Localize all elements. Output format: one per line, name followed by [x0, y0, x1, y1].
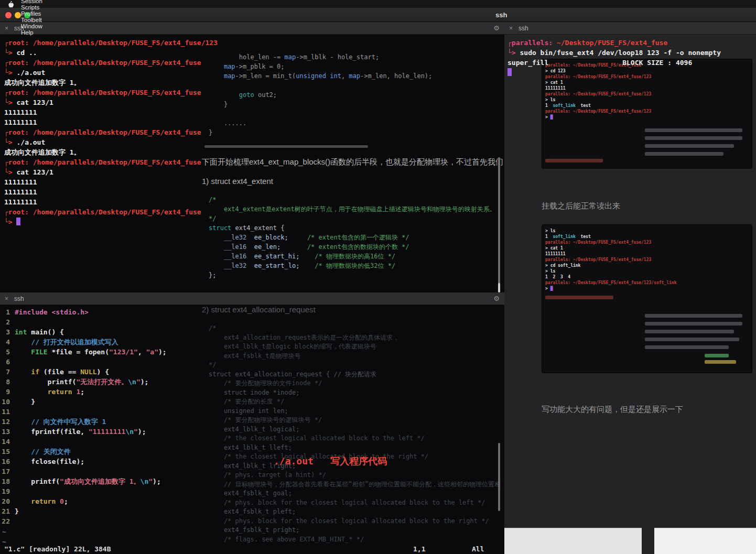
terminal-line: └> ./a.out [4, 68, 504, 78]
unreadable-text-bar [545, 159, 603, 162]
screenshot-line: 11111111 [545, 85, 752, 91]
menu-item-toolbelt[interactable]: Toolbelt [16, 17, 48, 23]
tab-close-icon[interactable]: × [5, 295, 8, 302]
unreadable-text-bar [545, 296, 613, 299]
window-title: ssh [495, 11, 507, 19]
menu-bar: iTerm2ShellEditViewSessionScriptsProfile… [0, 0, 756, 8]
vim-code-line: 12 // 向文件中写入数字 1 [0, 417, 504, 427]
unreadable-text-bar [645, 144, 734, 148]
vim-code-area: 1#include <stdio.h>23int main() {4 // 打开… [0, 307, 504, 526]
tab-settings-icon[interactable]: ⚙ [493, 24, 500, 32]
terminal-line: └> cd .. [4, 48, 504, 58]
terminal-line: ┌root: /home/parallels/Desktop/FUSE_FS/e… [4, 38, 504, 48]
tab-close-icon[interactable]: × [5, 25, 8, 32]
terminal-line: 11111111 [4, 117, 504, 127]
vim-line-number: 4 [0, 337, 15, 347]
screenshot-line: > cat 1 [545, 245, 752, 251]
terminal-line: └> ./a.out [4, 137, 504, 147]
caption-write-issue: 写功能大大的有问题，但是还是展示一下 [542, 405, 683, 415]
screenshot-line: > cd soft_link [545, 263, 752, 268]
vim-code-line: 21} [0, 506, 504, 516]
terminal-line: ┌root: /home/parallels/Desktop/FUSE_FS/e… [4, 157, 504, 167]
background-window-panel-left [504, 528, 642, 554]
menu-item-scripts[interactable]: Scripts [16, 4, 48, 10]
terminal-line: super_fill BLOCK SIZE : 4096 [507, 58, 756, 68]
unreadable-text-bar [645, 322, 742, 325]
desktop: iTerm2ShellEditViewSessionScriptsProfile… [0, 0, 756, 554]
screenshot-line: parallels: ~/Desktop/FUSE_FS/ext4_fuse/1… [545, 108, 752, 114]
ssh-terminal-output[interactable]: ┌root: /home/parallels/Desktop/FUSE_FS/e… [0, 35, 504, 292]
unreadable-text-bar [645, 330, 734, 333]
vim-code-line: 17 [0, 466, 504, 476]
unreadable-text-bar [645, 128, 742, 132]
vim-editor[interactable]: 1#include <stdio.h>23int main() {4 // 打开… [0, 305, 504, 554]
vim-line-number: 12 [0, 417, 15, 427]
screenshot-line: 1 soft_link test [545, 234, 752, 240]
vim-code-line: 19 [0, 486, 504, 496]
vim-code-line: 1#include <stdio.h> [0, 307, 504, 317]
menu-item-help[interactable]: Help [16, 29, 48, 36]
menu-item-profiles[interactable]: Profiles [16, 10, 48, 17]
right-tabbar: × ssh [504, 22, 756, 35]
ssh-terminal-output[interactable]: ┌parallels: ~/Desktop/FUSE_FS/ext4_fuse└… [504, 35, 756, 78]
screenshot-line: parallels: ~/Desktop/FUSE_FS/ext4_fuse/1… [545, 240, 752, 245]
screenshot-line: parallels: ~/Desktop/FUSE_FS/ext4_fuse/1… [545, 257, 752, 263]
vim-code-line: 16 fclose(file); [0, 457, 504, 466]
screenshot-line: parallels: ~/Desktop/FUSE_FS/ext4_fuse/1… [545, 91, 752, 97]
screenshot-line: > █ [545, 286, 752, 291]
vim-cursor-position: 1,1 [413, 545, 425, 553]
vim-line-number: 5 [0, 347, 15, 357]
vim-code-line: 14 [0, 437, 504, 447]
vim-line-number: 10 [0, 397, 15, 407]
screenshot-line: > ls [545, 228, 752, 234]
terminal-line: 11111111 [4, 177, 504, 187]
vim-file-info: "1.c" [readonly] 22L, 384B [4, 545, 111, 553]
window-titlebar[interactable]: ssh [0, 8, 756, 22]
terminal-line: ┌root: /home/parallels/Desktop/FUSE_FS/e… [4, 58, 504, 68]
unreadable-text-bar-yellow [705, 360, 736, 364]
vim-line-number: 3 [0, 327, 15, 337]
screenshot-line: 11111111 [545, 251, 752, 257]
apple-menu-icon[interactable] [7, 1, 14, 8]
terminal-line: └> cat 123/1 [4, 167, 504, 177]
terminal-cursor [16, 218, 20, 225]
screenshot-line: > ls [545, 268, 752, 274]
vim-line-number: 14 [0, 437, 15, 447]
vim-line-number: 2 [0, 317, 15, 327]
screenshot-line: > ls [545, 97, 752, 103]
vim-empty-lines: ~ ~ [2, 527, 6, 547]
vim-code-line: 3int main() { [0, 327, 504, 337]
vim-code-line: 9 return 1; [0, 387, 504, 397]
vim-line-number: 7 [0, 367, 15, 377]
vim-code-line: 15 // 关闭文件 [0, 447, 504, 457]
vim-code-line: 6 [0, 357, 504, 367]
vim-code-line: 2 [0, 317, 504, 327]
tab-label-ssh[interactable]: ssh [519, 25, 528, 32]
menu-item-window[interactable]: Window [16, 23, 48, 29]
terminal-line: ┌parallels: ~/Desktop/FUSE_FS/ext4_fuse [507, 38, 756, 48]
unreadable-text-bar [645, 338, 739, 341]
terminal-line: 成功向文件追加数字 1。 [4, 147, 504, 157]
tab-label-ssh[interactable]: ssh [14, 295, 24, 302]
embedded-screenshot-2: > ls1 soft_link testparallels: ~/Desktop… [542, 224, 752, 373]
vim-code-line: 5 FILE *file = fopen("123/1", "a"); [0, 347, 504, 357]
unreadable-text-bar [645, 136, 742, 140]
left-top-tabbar: × ssh ⚙ [0, 22, 504, 35]
vim-line-number: 6 [0, 357, 15, 367]
vim-line-number: 1 [0, 307, 15, 317]
vim-code-line: 7 if (file == NULL) { [0, 367, 504, 377]
vim-code-line: 11 [0, 407, 504, 417]
tab-settings-icon[interactable]: ⚙ [493, 295, 500, 302]
menu-item-session[interactable]: Session [16, 0, 48, 4]
terminal-line: 11111111 [4, 197, 504, 207]
vim-code-line: 18 printf("成功向文件追加数字 1。\n"); [0, 476, 504, 486]
vim-line-number: 18 [0, 476, 15, 486]
close-button[interactable] [5, 12, 12, 18]
tab-close-icon[interactable]: × [509, 25, 513, 32]
terminal-line: 成功向文件追加数字 1。 [4, 78, 504, 88]
vim-line-number: 9 [0, 387, 15, 397]
vim-line-number: 19 [0, 486, 15, 496]
vim-line-number: 15 [0, 447, 15, 457]
left-terminal-window: hole_len -= map->m_lblk - hole_start; ma… [0, 22, 504, 554]
terminal-line: 11111111 [4, 107, 504, 117]
